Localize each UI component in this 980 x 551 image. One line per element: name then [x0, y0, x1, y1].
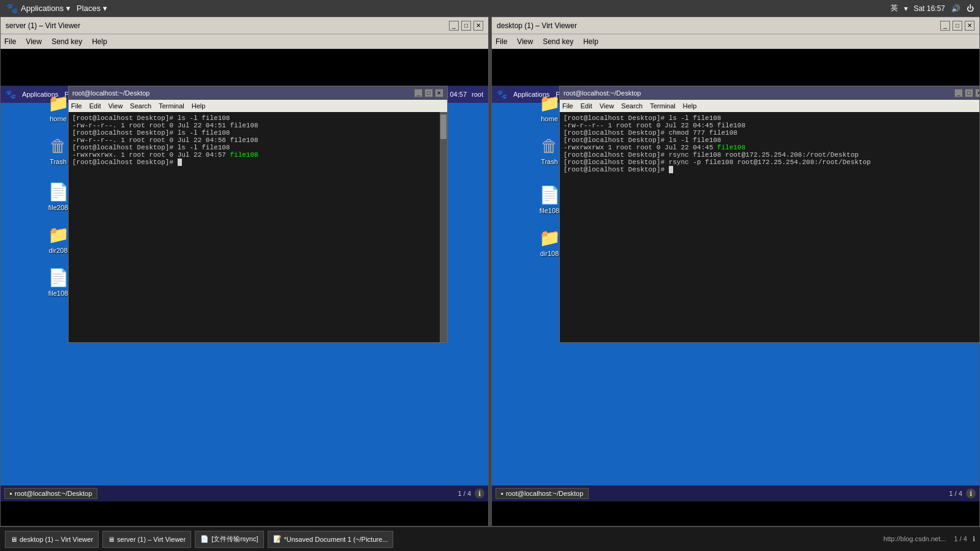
left-term-line5: [root@localhost Desktop]# ls -l file108 — [72, 144, 436, 151]
places-menu[interactable]: Places — [77, 4, 100, 13]
right-term-menu-search[interactable]: Search — [621, 102, 643, 110]
taskbar-desktop-virt-viewer[interactable]: 🖥 desktop (1) – Virt Viewer — [5, 531, 99, 548]
right-home-folder-icon: 📁 — [538, 92, 560, 114]
right-menu-view[interactable]: View — [517, 37, 533, 46]
taskbar-server-icon: 🖥 — [108, 536, 115, 543]
right-minimize-button[interactable]: _ — [940, 21, 950, 31]
left-close-button[interactable]: ✕ — [473, 21, 483, 31]
left-virt-panel: server (1) – Virt Viewer _ □ ✕ File View… — [0, 17, 489, 527]
left-term-line7: [root@localhost Desktop]# — [72, 159, 436, 166]
left-home-label: home — [50, 115, 67, 122]
taskbar-unsaved-doc-item[interactable]: 📝 *Unsaved Document 1 (~/Picture... — [268, 531, 394, 548]
right-menu-help[interactable]: Help — [583, 37, 598, 46]
left-menu-file[interactable]: File — [4, 37, 16, 46]
left-term-menu-view[interactable]: View — [108, 102, 123, 110]
left-dir208-folder-icon: 📁 — [47, 223, 69, 246]
right-term-line6: [root@localhost Desktop]# rsync file108 … — [564, 151, 979, 159]
left-virt-window-controls: _ □ ✕ — [449, 21, 483, 31]
right-term-line5: -rwxrwxrwx 1 root root 0 Jul 22 04:45 fi… — [564, 144, 979, 151]
top-bar-left: 🐾 Applications ▾ Places ▾ — [6, 2, 107, 14]
left-trash-label: Trash — [50, 158, 67, 165]
left-menu-view[interactable]: View — [26, 37, 42, 46]
right-maximize-button[interactable]: □ — [952, 21, 962, 31]
right-trash-icon: 🗑 — [538, 135, 560, 157]
left-term-cursor — [178, 159, 182, 166]
left-file108-icon: 📄 — [47, 266, 69, 288]
left-taskbar-terminal-icon: ▪ — [10, 490, 12, 497]
taskbar-rsync-icon: 📄 — [200, 535, 209, 543]
bottom-taskbar: 🖥 desktop (1) – Virt Viewer 🖥 server (1)… — [0, 527, 980, 551]
left-terminal-minimize[interactable]: _ — [414, 89, 423, 97]
taskbar-items-left: 🖥 desktop (1) – Virt Viewer 🖥 server (1)… — [5, 531, 393, 548]
right-term-menu-file[interactable]: File — [562, 102, 573, 110]
taskbar-info-btn[interactable]: ℹ — [973, 535, 975, 542]
taskbar-rsync-item[interactable]: 📄 [文件传输rsync] — [195, 531, 263, 548]
right-term-cursor — [669, 166, 673, 173]
left-terminal-with-scroll: [root@localhost Desktop]# ls -l file108 … — [69, 112, 447, 342]
left-menu-sendkey[interactable]: Send key — [51, 37, 82, 46]
main-area: server (1) – Virt Viewer _ □ ✕ File View… — [0, 17, 980, 527]
right-terminal-content[interactable]: [root@localhost Desktop]# ls -l file108 … — [560, 112, 979, 342]
power-icon[interactable]: ⏻ — [967, 4, 974, 13]
applications-menu[interactable]: Applications — [21, 4, 64, 13]
right-term-line7: [root@localhost Desktop]# rsync -p file1… — [564, 159, 979, 166]
left-minimize-button[interactable]: _ — [449, 21, 459, 31]
right-term-line4: [root@localhost Desktop]# ls -l file108 — [564, 137, 979, 144]
right-file108-icon: 📄 — [538, 184, 560, 206]
left-terminal-scroll-thumb[interactable] — [440, 114, 447, 139]
right-taskbar-terminal-icon: ▪ — [501, 490, 503, 497]
left-term-line4: -rw-r--r--. 1 root root 0 Jul 22 04:56 f… — [72, 137, 436, 144]
left-inner-bottom: ▪ root@localhost:~/Desktop 1 / 4 ℹ — [1, 485, 488, 501]
right-taskbar-terminal-item[interactable]: ▪ root@localhost:~/Desktop — [496, 488, 589, 499]
left-term-menu-terminal[interactable]: Terminal — [159, 102, 184, 110]
right-bottom-black — [492, 501, 979, 526]
left-home-folder-icon: 📁 — [47, 92, 69, 114]
right-terminal-maximize[interactable]: □ — [965, 89, 973, 97]
right-term-menu-edit[interactable]: Edit — [581, 102, 592, 110]
right-menu-sendkey[interactable]: Send key — [543, 37, 573, 46]
left-term-menu-help[interactable]: Help — [192, 102, 206, 110]
right-term-menu-help[interactable]: Help — [683, 102, 697, 110]
language-indicator[interactable]: 英 — [891, 3, 898, 13]
left-taskbar-terminal-item[interactable]: ▪ root@localhost:~/Desktop — [4, 488, 97, 499]
right-terminal-close[interactable]: ✕ — [975, 89, 979, 97]
right-terminal-minimize[interactable]: _ — [954, 89, 963, 97]
right-inner-page-btn[interactable]: ℹ — [966, 489, 976, 498]
left-terminal-title: root@localhost:~/Desktop — [72, 89, 149, 97]
left-terminal-window: root@localhost:~/Desktop _ □ ✕ File Edit… — [68, 86, 448, 343]
taskbar-doc-icon: 📝 — [273, 535, 282, 543]
left-term-line3: [root@localhost Desktop]# ls -l file108 — [72, 129, 436, 137]
left-terminal-menubar: File Edit View Search Terminal Help — [69, 100, 447, 112]
left-inner-page-btn[interactable]: ℹ — [475, 489, 484, 498]
left-term-menu-edit[interactable]: Edit — [89, 102, 101, 110]
left-menu-help[interactable]: Help — [92, 37, 107, 46]
taskbar-server-virt-viewer[interactable]: 🖥 server (1) – Virt Viewer — [102, 531, 191, 548]
left-terminal-close[interactable]: ✕ — [435, 89, 443, 97]
right-taskbar-terminal-label: root@localhost:~/Desktop — [506, 490, 583, 497]
right-virt-title: desktop (1) – Virt Viewer — [497, 21, 577, 30]
left-terminal-scrollbar[interactable] — [440, 112, 447, 342]
right-inner-gnome-logo: 🐾 — [497, 89, 507, 99]
left-term-menu-file[interactable]: File — [71, 102, 82, 110]
left-desktop: 🐾 Applications Places [object Object] 🔊 … — [1, 86, 488, 501]
left-term-menu-search[interactable]: Search — [130, 102, 151, 110]
left-terminal-content[interactable]: [root@localhost Desktop]# ls -l file108 … — [69, 112, 440, 342]
left-maximize-button[interactable]: □ — [461, 21, 471, 31]
lang-arrow: ▾ — [904, 4, 908, 13]
left-dir208-label: dir208 — [49, 247, 68, 254]
right-virt-titlebar: desktop (1) – Virt Viewer _ □ ✕ — [492, 17, 979, 34]
volume-icon[interactable]: 🔊 — [951, 4, 960, 13]
right-virt-panel: desktop (1) – Virt Viewer _ □ ✕ File Vie… — [491, 17, 980, 527]
left-virt-menubar: File View Send key Help — [1, 34, 488, 49]
right-term-line1: [root@localhost Desktop]# ls -l file108 — [564, 114, 979, 122]
right-dir108-label: dir108 — [540, 250, 559, 257]
left-terminal-maximize[interactable]: □ — [424, 89, 433, 97]
left-taskbar-terminal-label: root@localhost:~/Desktop — [15, 490, 92, 497]
taskbar-desktop-label: desktop (1) – Virt Viewer — [20, 536, 93, 543]
taskbar-right-area: http://blog.csdn.net... 1 / 4 ℹ — [883, 535, 975, 543]
right-term-menu-view[interactable]: View — [600, 102, 614, 110]
left-top-black — [1, 49, 488, 86]
right-menu-file[interactable]: File — [496, 37, 507, 46]
right-term-menu-terminal[interactable]: Terminal — [650, 102, 676, 110]
right-close-button[interactable]: ✕ — [965, 21, 974, 31]
